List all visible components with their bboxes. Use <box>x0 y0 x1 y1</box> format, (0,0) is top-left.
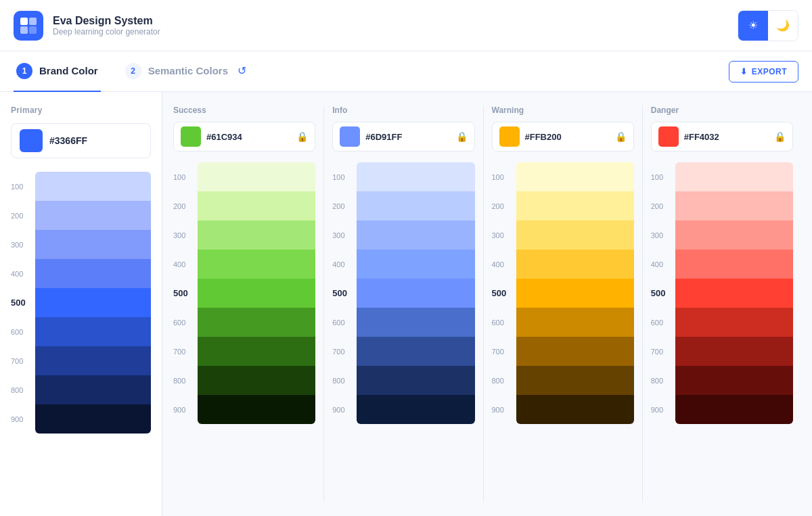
tabs-bar: 1 Brand Color 2 Semantic Colors ↺ ⬇ EXPO… <box>0 51 812 92</box>
sem-scale-block <box>198 162 315 191</box>
sem-header-info: Info #6D91FF 🔒 <box>332 105 474 151</box>
sem-scale-row: 200 <box>492 191 634 220</box>
brand-scale-row: 900 <box>11 404 151 433</box>
export-button[interactable]: ⬇ EXPORT <box>729 61 798 83</box>
sem-header-warning: Warning #FFB200 🔒 <box>492 105 634 151</box>
sem-scale-block <box>675 162 793 191</box>
lock-icon-danger[interactable]: 🔒 <box>774 131 786 142</box>
sem-scale-label: 400 <box>332 250 357 279</box>
scale-block <box>35 317 151 346</box>
sem-scale-block <box>198 250 315 279</box>
sem-scale-block <box>357 395 474 424</box>
sem-scale-label: 700 <box>492 337 516 366</box>
sem-scale-row: 900 <box>332 395 474 424</box>
brand-scale-row: 400 <box>11 259 151 288</box>
sem-scale-block <box>675 308 793 337</box>
scale-block <box>35 288 151 317</box>
brand-color-input[interactable]: #3366FF <box>11 123 151 158</box>
tab-semantic-num: 2 <box>125 63 141 79</box>
sem-scale-block <box>198 337 315 366</box>
scale-label: 700 <box>11 346 35 375</box>
refresh-button[interactable]: ↺ <box>235 62 249 80</box>
sem-scale-label: 800 <box>492 366 516 395</box>
sem-scale-block <box>516 220 634 250</box>
tab-brand-label: Brand Color <box>39 65 98 76</box>
sem-scale-block <box>516 366 634 395</box>
brand-scale-row: 300 <box>11 230 151 259</box>
sem-scale-label: 700 <box>173 337 198 366</box>
brand-panel: Primary #3366FF 100 200 300 400 500 600 … <box>0 92 162 516</box>
sem-scale-block <box>516 162 634 191</box>
sem-scale-block <box>357 220 474 250</box>
scale-block <box>35 375 151 404</box>
theme-light-button[interactable]: ☀ <box>738 11 768 41</box>
sem-scale-row: 300 <box>173 220 315 250</box>
brand-color-hex: #3366FF <box>49 135 87 146</box>
export-icon: ⬇ <box>740 67 748 76</box>
tab-brand-num: 1 <box>16 63 32 79</box>
lock-icon-success[interactable]: 🔒 <box>296 131 308 142</box>
sem-scale-label: 200 <box>332 191 357 220</box>
semantic-col-success: Success #61C934 🔒 100 200 300 <box>173 105 324 502</box>
sem-scale-warning: 100 200 300 400 500 <box>492 162 634 424</box>
sem-scale-label: 900 <box>332 395 357 424</box>
lock-icon-warning[interactable]: 🔒 <box>615 131 627 142</box>
sem-hex-warning: #FFB200 <box>525 132 610 142</box>
sem-scale-label: 700 <box>651 337 675 366</box>
sem-scale-row: 800 <box>651 366 793 395</box>
sem-scale-row: 600 <box>173 308 315 337</box>
sem-scale-row: 900 <box>651 395 793 424</box>
sem-color-box-warning[interactable]: #FFB200 🔒 <box>492 122 634 151</box>
sem-color-box-success[interactable]: #61C934 🔒 <box>173 122 315 151</box>
sem-scale-row: 100 <box>651 162 793 191</box>
sem-scale-label: 300 <box>492 220 516 250</box>
brand-scale-row: 600 <box>11 317 151 346</box>
sem-scale-block <box>357 162 474 191</box>
sem-scale-row: 800 <box>492 366 634 395</box>
sem-swatch-danger <box>658 126 679 147</box>
sem-scale-row: 900 <box>173 395 315 424</box>
sem-label-success: Success <box>173 105 315 115</box>
scale-block <box>35 230 151 259</box>
sem-scale-row: 900 <box>492 395 634 424</box>
sem-scale-info: 100 200 300 400 500 <box>332 162 474 424</box>
sem-scale-block <box>675 366 793 395</box>
scale-label: 200 <box>11 201 35 230</box>
theme-dark-button[interactable]: 🌙 <box>768 11 798 41</box>
sem-scale-label: 500 <box>173 279 198 308</box>
sem-scale-row: 400 <box>332 250 474 279</box>
sem-scale-block <box>198 308 315 337</box>
brand-scale-row: 200 <box>11 201 151 230</box>
sem-scale-row: 500 <box>651 279 793 308</box>
sem-scale-block <box>675 395 793 424</box>
sem-scale-block <box>675 250 793 279</box>
sem-scale-row: 800 <box>332 366 474 395</box>
lock-icon-info[interactable]: 🔒 <box>456 131 468 142</box>
sem-scale-label: 800 <box>651 366 675 395</box>
tab-brand-color[interactable]: 1 Brand Color <box>14 51 101 92</box>
sem-color-box-danger[interactable]: #FF4032 🔒 <box>651 122 793 151</box>
sem-scale-label: 600 <box>173 308 198 337</box>
sem-scale-label: 600 <box>651 308 675 337</box>
semantic-col-warning: Warning #FFB200 🔒 100 200 300 <box>484 105 643 502</box>
sem-scale-row: 200 <box>173 191 315 220</box>
brand-color-swatch <box>20 129 43 152</box>
sem-scale-row: 700 <box>173 337 315 366</box>
sem-scale-row: 600 <box>651 308 793 337</box>
sem-color-box-info[interactable]: #6D91FF 🔒 <box>332 122 474 151</box>
sem-scale-label: 800 <box>173 366 198 395</box>
sem-scale-block <box>198 191 315 220</box>
sem-scale-block <box>357 250 474 279</box>
sem-scale-label: 300 <box>651 220 675 250</box>
scale-block <box>35 172 151 201</box>
sem-scale-row: 500 <box>332 279 474 308</box>
scale-label: 400 <box>11 259 35 288</box>
sem-scale-row: 600 <box>332 308 474 337</box>
tab-semantic-colors[interactable]: 2 Semantic Colors ↺ <box>122 51 252 92</box>
sem-scale-label: 300 <box>332 220 357 250</box>
svg-rect-3 <box>29 26 37 34</box>
theme-toggle: ☀ 🌙 <box>738 10 798 41</box>
scale-block <box>35 259 151 288</box>
brand-scale-row: 700 <box>11 346 151 375</box>
sem-header-success: Success #61C934 🔒 <box>173 105 315 151</box>
